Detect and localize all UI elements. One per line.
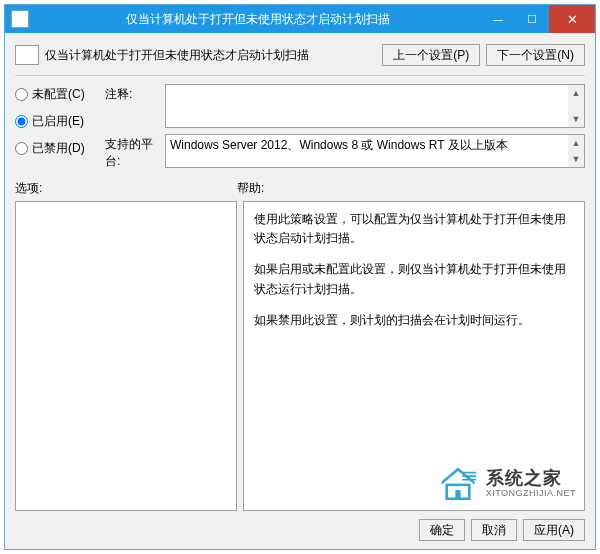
comment-row: 注释: ▲ ▼: [105, 84, 585, 128]
svg-rect-1: [455, 490, 460, 499]
titlebar: 仅当计算机处于打开但未使用状态才启动计划扫描 ☐ ✕: [5, 5, 595, 33]
config-row: 未配置(C) 已启用(E) 已禁用(D) 注释: ▲: [15, 84, 585, 170]
scroll-down-icon[interactable]: ▼: [568, 151, 584, 167]
comment-label: 注释:: [105, 84, 165, 103]
options-label: 选项:: [15, 180, 237, 197]
policy-title-label: 仅当计算机处于打开但未使用状态才启动计划扫描: [45, 47, 376, 64]
supported-text: Windows Server 2012、Windows 8 或 Windows …: [170, 137, 580, 154]
radio-enabled-label: 已启用(E): [32, 113, 84, 130]
supported-label: 支持的平台:: [105, 134, 165, 170]
watermark-text: 系统之家 XITONGZHIJIA.NET: [486, 469, 576, 499]
radio-not-configured-label: 未配置(C): [32, 86, 85, 103]
supported-scrollbar[interactable]: ▲ ▼: [568, 135, 584, 167]
cancel-button[interactable]: 取消: [471, 519, 517, 541]
watermark: 系统之家 XITONGZHIJIA.NET: [436, 464, 576, 504]
house-icon: [436, 464, 480, 504]
supported-row: 支持的平台: Windows Server 2012、Windows 8 或 W…: [105, 134, 585, 170]
radio-not-configured[interactable]: 未配置(C): [15, 86, 105, 103]
dialog-body: 仅当计算机处于打开但未使用状态才启动计划扫描 上一个设置(P) 下一个设置(N)…: [5, 33, 595, 549]
radio-disabled-label: 已禁用(D): [32, 140, 85, 157]
help-paragraph: 如果启用或未配置此设置，则仅当计算机处于打开但未使用状态运行计划扫描。: [254, 260, 574, 298]
policy-dialog: 仅当计算机处于打开但未使用状态才启动计划扫描 ☐ ✕ 仅当计算机处于打开但未使用…: [4, 4, 596, 550]
scroll-up-icon[interactable]: ▲: [568, 85, 584, 101]
window-buttons: ☐ ✕: [481, 5, 595, 33]
panes: 使用此策略设置，可以配置为仅当计算机处于打开但未使用状态启动计划扫描。 如果启用…: [15, 201, 585, 511]
help-label: 帮助:: [237, 180, 264, 197]
policy-header-icon: [15, 45, 39, 65]
watermark-en: XITONGZHIJIA.NET: [486, 489, 576, 499]
previous-setting-button[interactable]: 上一个设置(P): [382, 44, 480, 66]
next-setting-button[interactable]: 下一个设置(N): [486, 44, 585, 66]
header-row: 仅当计算机处于打开但未使用状态才启动计划扫描 上一个设置(P) 下一个设置(N): [15, 39, 585, 71]
separator: [15, 75, 585, 76]
window-title: 仅当计算机处于打开但未使用状态才启动计划扫描: [35, 11, 481, 28]
radio-enabled[interactable]: 已启用(E): [15, 113, 105, 130]
config-right: 注释: ▲ ▼ 支持的平台: Windows Server 2012、Windo…: [105, 84, 585, 170]
options-pane: [15, 201, 237, 511]
footer: 确定 取消 应用(A): [15, 511, 585, 541]
radio-disabled[interactable]: 已禁用(D): [15, 140, 105, 157]
radio-group: 未配置(C) 已启用(E) 已禁用(D): [15, 84, 105, 170]
help-paragraph: 如果禁用此设置，则计划的扫描会在计划时间运行。: [254, 311, 574, 330]
ok-button[interactable]: 确定: [419, 519, 465, 541]
comment-scrollbar[interactable]: ▲ ▼: [568, 85, 584, 127]
scroll-up-icon[interactable]: ▲: [568, 135, 584, 151]
close-button[interactable]: ✕: [549, 5, 595, 33]
help-paragraph: 使用此策略设置，可以配置为仅当计算机处于打开但未使用状态启动计划扫描。: [254, 210, 574, 248]
policy-icon: [11, 10, 29, 28]
radio-disabled-input[interactable]: [15, 142, 28, 155]
apply-button[interactable]: 应用(A): [523, 519, 585, 541]
help-pane: 使用此策略设置，可以配置为仅当计算机处于打开但未使用状态启动计划扫描。 如果启用…: [243, 201, 585, 511]
maximize-button[interactable]: ☐: [515, 5, 549, 33]
supported-textbox: Windows Server 2012、Windows 8 或 Windows …: [165, 134, 585, 168]
comment-textbox[interactable]: ▲ ▼: [165, 84, 585, 128]
radio-not-configured-input[interactable]: [15, 88, 28, 101]
watermark-cn: 系统之家: [486, 469, 576, 489]
scroll-down-icon[interactable]: ▼: [568, 111, 584, 127]
mid-labels: 选项: 帮助:: [15, 180, 585, 197]
minimize-button[interactable]: [481, 5, 515, 33]
svg-rect-0: [446, 485, 469, 499]
radio-enabled-input[interactable]: [15, 115, 28, 128]
